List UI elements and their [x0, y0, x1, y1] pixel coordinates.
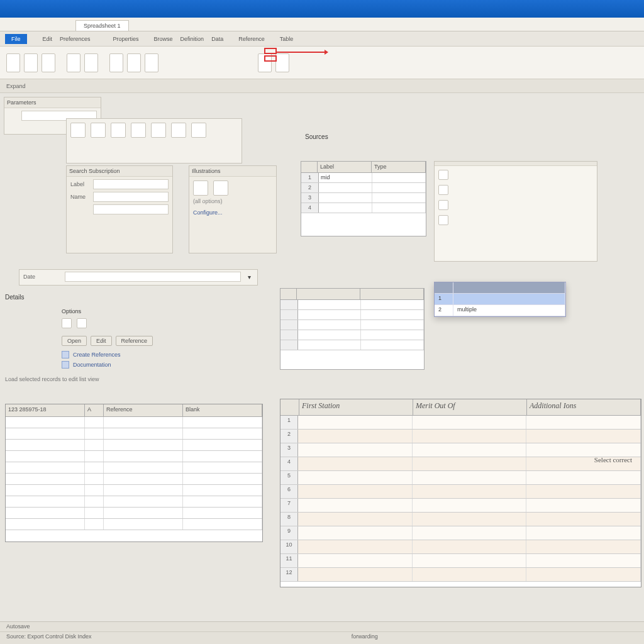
- filter-icon[interactable]: [77, 318, 87, 328]
- table-row[interactable]: 9: [280, 526, 641, 540]
- combo-input[interactable]: [65, 272, 241, 282]
- sources-row[interactable]: 4: [301, 203, 426, 213]
- ribbon-icon[interactable]: [109, 53, 123, 72]
- ribbon-icon[interactable]: [42, 53, 55, 72]
- table-row[interactable]: 5: [280, 471, 641, 485]
- table-row[interactable]: 3: [280, 443, 641, 457]
- preview-item-icon[interactable]: [438, 170, 448, 180]
- pg-hdr[interactable]: [280, 289, 297, 299]
- file-menu[interactable]: File: [5, 34, 27, 44]
- titlebar: [0, 0, 644, 18]
- sources-hdr-0[interactable]: [301, 162, 318, 172]
- palette-icon[interactable]: [91, 123, 106, 138]
- rs-hdr-0[interactable]: [280, 399, 299, 415]
- sources-row[interactable]: 2: [301, 183, 426, 193]
- link-doc[interactable]: Documentation: [62, 360, 269, 370]
- ls-hdr-2[interactable]: Reference: [104, 404, 183, 416]
- link-create[interactable]: Create References: [62, 350, 269, 360]
- options-icon[interactable]: [193, 180, 208, 196]
- menu-item-6[interactable]: Browse: [152, 36, 175, 42]
- rs-hdr-3[interactable]: Additional Ions: [527, 399, 641, 415]
- palette-icon[interactable]: [191, 123, 206, 138]
- ribbon-icon[interactable]: [6, 53, 20, 72]
- sources-row[interactable]: 3: [301, 193, 426, 203]
- palette-icon[interactable]: [131, 123, 146, 138]
- ribbon-icon[interactable]: [84, 53, 98, 72]
- ribbon-icon[interactable]: [127, 53, 141, 72]
- table-row[interactable]: 10: [280, 540, 641, 554]
- filter-icon[interactable]: [62, 318, 72, 328]
- table-row[interactable]: [6, 451, 262, 462]
- pg-row[interactable]: [280, 310, 424, 320]
- table-row[interactable]: [6, 428, 262, 440]
- tab-active[interactable]: Spreadsheet 1: [75, 20, 129, 31]
- pg-hdr[interactable]: [360, 289, 424, 299]
- popup-row[interactable]: 1: [435, 294, 565, 305]
- pg-row[interactable]: [280, 330, 424, 340]
- popup-row[interactable]: 2 multiple: [435, 305, 565, 316]
- menu-item-7[interactable]: Definition: [179, 36, 206, 42]
- reference-button[interactable]: Reference: [116, 336, 153, 346]
- rs-hdr-1[interactable]: First Station: [299, 399, 413, 415]
- table-row[interactable]: 2: [280, 430, 641, 443]
- edit-button[interactable]: Edit: [91, 336, 112, 346]
- table-row[interactable]: [6, 519, 262, 530]
- ls-hdr-1[interactable]: A: [85, 404, 104, 416]
- ribbon-icon[interactable]: [145, 53, 158, 72]
- menu-item-4[interactable]: Properties: [111, 36, 141, 42]
- menu-item-10[interactable]: Reference: [236, 36, 267, 42]
- table-row[interactable]: [6, 508, 262, 519]
- palette-icon[interactable]: [70, 123, 86, 138]
- field-input-1[interactable]: [93, 192, 169, 202]
- sources-row[interactable]: 1mid: [301, 173, 426, 183]
- menu-item-12[interactable]: Table: [278, 36, 296, 42]
- table-row[interactable]: [6, 440, 262, 451]
- preview-item-icon[interactable]: [438, 215, 448, 225]
- options-link[interactable]: Configure...: [193, 209, 272, 216]
- pg-hdr[interactable]: [297, 289, 360, 299]
- pg-row[interactable]: [280, 300, 424, 310]
- status-tab-0[interactable]: Autosave: [6, 623, 30, 630]
- rs-hdr-2[interactable]: Merit Out Of: [413, 399, 527, 415]
- preview-item-icon[interactable]: [438, 200, 448, 210]
- dropdown-popup[interactable]: 1 2 multiple: [434, 282, 566, 317]
- pg-row[interactable]: [280, 340, 424, 350]
- table-row[interactable]: [6, 417, 262, 428]
- table-row[interactable]: 6: [280, 485, 641, 499]
- table-row[interactable]: [6, 474, 262, 485]
- ribbon-icon[interactable]: [24, 53, 38, 72]
- palette-icon[interactable]: [111, 123, 126, 138]
- popup-hdr-1[interactable]: [453, 282, 565, 293]
- table-row[interactable]: 11: [280, 554, 641, 568]
- status-center: forwarding: [352, 633, 378, 643]
- table-row[interactable]: 12: [280, 568, 641, 582]
- table-row[interactable]: 1: [280, 416, 641, 430]
- popup-hdr-0[interactable]: [435, 282, 453, 293]
- preview-panel: [434, 161, 597, 262]
- options-icon[interactable]: [213, 180, 228, 196]
- combo-label: Date: [23, 274, 61, 280]
- sources-hdr-1[interactable]: Label: [318, 162, 372, 172]
- sec-left[interactable]: Expand: [6, 83, 26, 89]
- chevron-down-icon[interactable]: ▾: [245, 274, 253, 280]
- menu-item-8[interactable]: Data: [209, 36, 225, 42]
- table-row[interactable]: [6, 485, 262, 496]
- table-row[interactable]: 8: [280, 513, 641, 526]
- menu-item-0[interactable]: Edit: [41, 36, 55, 42]
- pg-row[interactable]: [280, 320, 424, 330]
- open-button[interactable]: Open: [62, 336, 87, 346]
- preview-item-icon[interactable]: [438, 185, 448, 195]
- palette-icon[interactable]: [151, 123, 166, 138]
- ls-hdr-0[interactable]: 123 285975-18: [6, 404, 85, 416]
- field-input-2[interactable]: [93, 204, 169, 214]
- field-input-0[interactable]: [93, 179, 169, 189]
- table-row[interactable]: 7: [280, 499, 641, 513]
- ls-hdr-3[interactable]: Blank: [183, 404, 262, 416]
- menu-item-1[interactable]: Preferences: [58, 36, 92, 42]
- table-row[interactable]: [6, 462, 262, 474]
- palette-icon[interactable]: [171, 123, 186, 138]
- table-row[interactable]: 4: [280, 457, 641, 471]
- table-row[interactable]: [6, 496, 262, 508]
- sources-hdr-2[interactable]: Type: [372, 162, 426, 172]
- ribbon-icon[interactable]: [67, 53, 80, 72]
